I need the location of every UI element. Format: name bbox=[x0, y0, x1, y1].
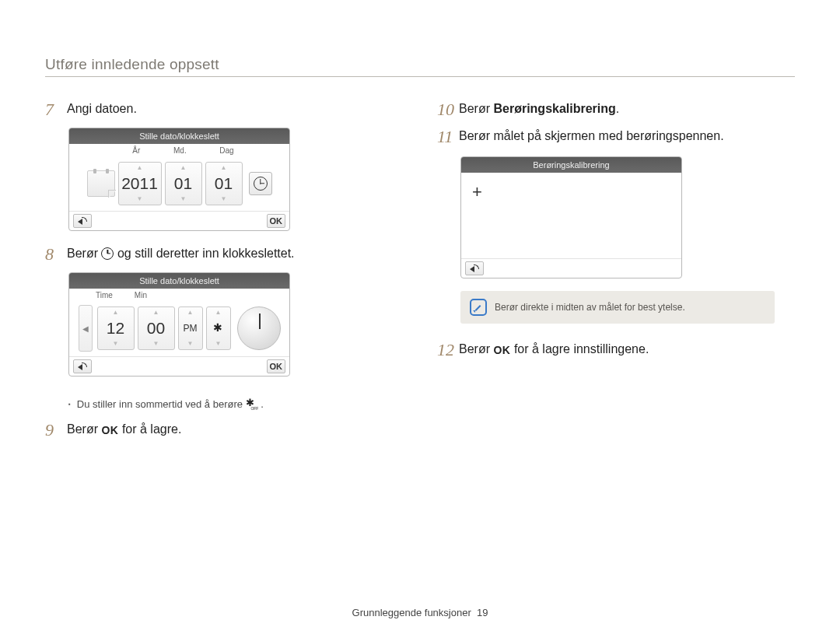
text-fragment: Berør bbox=[67, 247, 101, 260]
device-title: Stille dato/klokkeslett bbox=[69, 273, 289, 289]
right-column: 10 Berør Berøringskalibrering. 11 Berør … bbox=[437, 100, 795, 448]
ampm-flipper[interactable]: ▲ PM ▼ bbox=[178, 306, 203, 350]
label-min: Min bbox=[135, 291, 147, 299]
time-column-labels: Time Min bbox=[69, 289, 289, 302]
year-flipper[interactable]: ▲ 2011 ▼ bbox=[118, 162, 162, 205]
calibration-target-icon[interactable]: + bbox=[472, 184, 482, 201]
minute-value: 00 bbox=[147, 319, 165, 338]
down-arrow-icon[interactable]: ▼ bbox=[119, 196, 161, 202]
up-arrow-icon[interactable]: ▲ bbox=[119, 165, 161, 171]
dst-inline-icon: OFF bbox=[246, 400, 258, 409]
back-button[interactable] bbox=[73, 359, 92, 373]
down-arrow-icon[interactable]: ▼ bbox=[166, 196, 201, 202]
down-arrow-icon[interactable]: ▼ bbox=[179, 341, 202, 347]
section-title: Utføre innledende oppsett bbox=[45, 56, 795, 77]
text-fragment: Berør bbox=[67, 422, 101, 436]
text-fragment: og still deretter inn klokkeslettet. bbox=[114, 247, 294, 260]
step-text: Berør OK for å lagre. bbox=[67, 421, 181, 439]
up-arrow-icon[interactable]: ▲ bbox=[98, 310, 134, 316]
step-text: Berør målet på skjermen med berøringspen… bbox=[459, 128, 724, 145]
up-arrow-icon[interactable]: ▲ bbox=[207, 310, 230, 316]
label-month: Md. bbox=[173, 146, 187, 155]
step-7: 7 Angi datoen. bbox=[45, 100, 403, 118]
clock-icon bbox=[254, 177, 268, 191]
page-footer: Grunnleggende funksjoner 19 bbox=[0, 607, 840, 618]
up-arrow-icon[interactable]: ▲ bbox=[179, 310, 202, 316]
back-button[interactable] bbox=[73, 214, 92, 228]
label-hour: Time bbox=[96, 291, 113, 299]
device-time: Stille dato/klokkeslett Time Min ◀ ▲ 12 … bbox=[68, 272, 290, 377]
scroll-left-button[interactable]: ◀ bbox=[79, 305, 93, 352]
text-fragment: Berør bbox=[459, 102, 493, 115]
device-title: Berøringskalibrering bbox=[461, 157, 681, 173]
footer-text: Grunnleggende funksjoner bbox=[352, 607, 471, 618]
clock-dial[interactable] bbox=[237, 306, 281, 350]
back-arrow-icon bbox=[470, 264, 479, 272]
step-11: 11 Berør målet på skjermen med berørings… bbox=[437, 128, 795, 145]
label-year: År bbox=[132, 146, 140, 155]
hour-flipper[interactable]: ▲ 12 ▼ bbox=[97, 306, 135, 350]
device-calibration: Berøringskalibrering + bbox=[460, 156, 682, 278]
date-body: ▲ 2011 ▼ ▲ 01 ▼ ▲ 01 ▼ bbox=[69, 157, 289, 212]
step-number: 12 bbox=[437, 342, 459, 359]
down-arrow-icon[interactable]: ▼ bbox=[138, 341, 174, 347]
callout-text: Berør direkte i midten av målet for best… bbox=[495, 302, 685, 313]
minute-flipper[interactable]: ▲ 00 ▼ bbox=[138, 306, 175, 350]
text-fragment: for å lagre innstillingene. bbox=[510, 342, 649, 356]
label-day: Dag bbox=[219, 146, 233, 155]
device-footer: OK bbox=[69, 212, 289, 230]
down-arrow-icon[interactable]: ▼ bbox=[98, 341, 134, 347]
up-arrow-icon[interactable]: ▲ bbox=[166, 165, 201, 171]
month-value: 01 bbox=[174, 174, 192, 193]
up-arrow-icon[interactable]: ▲ bbox=[206, 165, 242, 171]
step-number: 10 bbox=[437, 101, 459, 118]
calibration-area[interactable]: + bbox=[461, 173, 681, 258]
clock-button[interactable] bbox=[249, 172, 272, 195]
back-arrow-icon bbox=[78, 217, 87, 225]
hour-value: 12 bbox=[107, 319, 124, 338]
text-fragment: . bbox=[616, 102, 619, 115]
step-number: 11 bbox=[437, 128, 459, 145]
ampm-value: PM bbox=[184, 323, 198, 334]
step-12: 12 Berør OK for å lagre innstillingene. bbox=[437, 341, 795, 359]
step-text: Angi datoen. bbox=[67, 100, 137, 117]
step-8: 8 Berør og still deretter inn klokkeslet… bbox=[45, 245, 403, 263]
device-footer: OK bbox=[69, 357, 289, 376]
device-date: Stille dato/klokkeslett År Md. Dag ▲ 201… bbox=[68, 128, 290, 231]
down-arrow-icon[interactable]: ▼ bbox=[206, 196, 242, 202]
clock-inline-icon bbox=[101, 247, 114, 260]
time-body: ◀ ▲ 12 ▼ ▲ 00 ▼ ▲ PM ▼ bbox=[69, 302, 289, 357]
step-number: 8 bbox=[45, 246, 67, 263]
note-icon bbox=[470, 299, 487, 316]
note-post: . bbox=[258, 398, 264, 410]
step-number: 7 bbox=[45, 101, 67, 118]
dst-note: Du stiller inn sommertid ved å berøre OF… bbox=[68, 398, 403, 410]
calendar-icon bbox=[87, 170, 115, 197]
down-arrow-icon[interactable]: ▼ bbox=[207, 341, 230, 347]
date-column-labels: År Md. Dag bbox=[69, 144, 289, 157]
text-fragment: for å lagre. bbox=[118, 422, 181, 436]
month-flipper[interactable]: ▲ 01 ▼ bbox=[165, 162, 202, 205]
device-title: Stille dato/klokkeslett bbox=[69, 128, 289, 144]
step-text: Berør Berøringskalibrering. bbox=[459, 100, 619, 117]
ok-button[interactable]: OK bbox=[267, 359, 286, 373]
step-9: 9 Berør OK for å lagre. bbox=[45, 421, 403, 439]
ok-inline-icon: OK bbox=[101, 422, 118, 439]
step-text: Berør OK for å lagre innstillingene. bbox=[459, 341, 649, 359]
left-column: 7 Angi datoen. Stille dato/klokkeslett Å… bbox=[45, 100, 403, 448]
footer-page-number: 19 bbox=[477, 607, 488, 618]
bold-fragment: Berøringskalibrering bbox=[493, 102, 615, 115]
back-button[interactable] bbox=[465, 261, 484, 275]
day-flipper[interactable]: ▲ 01 ▼ bbox=[205, 162, 243, 205]
ok-button[interactable]: OK bbox=[267, 214, 286, 228]
tip-callout: Berør direkte i midten av målet for best… bbox=[460, 291, 775, 324]
dst-off-icon bbox=[213, 323, 224, 334]
note-text: Du stiller inn sommertid ved å berøre bbox=[77, 398, 246, 410]
up-arrow-icon[interactable]: ▲ bbox=[138, 310, 174, 316]
step-number: 9 bbox=[45, 422, 67, 439]
dst-flipper[interactable]: ▲ ▼ bbox=[206, 306, 231, 350]
page: Utføre innledende oppsett 7 Angi datoen.… bbox=[0, 0, 840, 634]
text-fragment: Berør bbox=[459, 342, 493, 356]
ok-inline-icon: OK bbox=[493, 342, 510, 359]
step-10: 10 Berør Berøringskalibrering. bbox=[437, 100, 795, 118]
